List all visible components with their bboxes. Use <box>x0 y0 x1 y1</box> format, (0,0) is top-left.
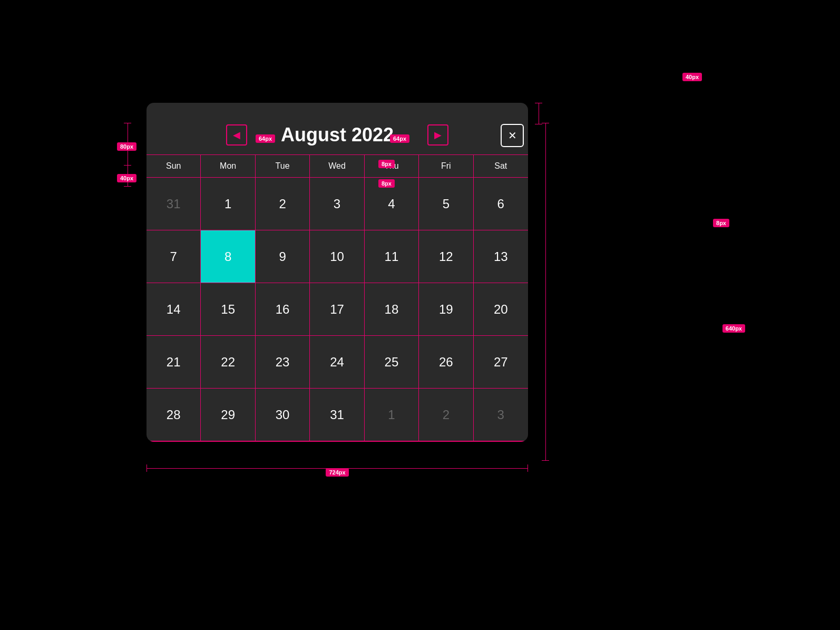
next-month-button[interactable]: ▶ <box>427 124 448 146</box>
calendar-day-1-5[interactable]: 12 <box>419 230 473 283</box>
measure-tick-left-724 <box>146 464 147 472</box>
badge-64px-left: 64px <box>256 134 275 143</box>
calendar-day-2-3[interactable]: 17 <box>310 283 364 336</box>
prev-month-button[interactable]: ◀ <box>226 124 247 146</box>
calendar-day-0-2[interactable]: 2 <box>256 178 310 230</box>
calendar-day-4-0[interactable]: 28 <box>146 389 201 441</box>
badge-80px-left: 80px <box>117 142 136 151</box>
calendar-container: ◀ August 2022 ▶ ✕ Sun Mon Tue Wed Thu Fr… <box>146 103 528 442</box>
calendar: ◀ August 2022 ▶ ✕ Sun Mon Tue Wed Thu Fr… <box>146 103 528 442</box>
measure-tick-top-80 <box>124 123 131 123</box>
calendar-day-0-1[interactable]: 1 <box>201 178 255 230</box>
calendar-day-4-1[interactable]: 29 <box>201 389 255 441</box>
calendar-day-4-4[interactable]: 1 <box>365 389 419 441</box>
badge-40px-top: 40px <box>682 73 702 81</box>
close-button[interactable]: ✕ <box>501 124 524 147</box>
calendar-day-1-4[interactable]: 11 <box>365 230 419 283</box>
badge-8px-right: 8px <box>713 219 729 227</box>
calendar-day-0-6[interactable]: 6 <box>474 178 528 230</box>
month-title: August 2022 <box>281 124 394 146</box>
calendar-day-2-1[interactable]: 15 <box>201 283 255 336</box>
weekday-wed: Wed <box>310 155 364 177</box>
calendar-day-0-5[interactable]: 5 <box>419 178 473 230</box>
calendar-day-0-3[interactable]: 3 <box>310 178 364 230</box>
calendar-day-3-4[interactable]: 25 <box>365 336 419 389</box>
calendar-day-0-0[interactable]: 31 <box>146 178 201 230</box>
weekday-tue: Tue <box>256 155 310 177</box>
calendar-day-4-2[interactable]: 30 <box>256 389 310 441</box>
measure-tick-bot-40 <box>124 186 131 187</box>
calendar-day-3-5[interactable]: 26 <box>419 336 473 389</box>
measure-tick-bot-640 <box>542 460 549 461</box>
weekday-mon: Mon <box>201 155 255 177</box>
weekday-fri: Fri <box>419 155 473 177</box>
badge-724px: 724px <box>326 468 348 477</box>
calendar-header: ◀ August 2022 ▶ ✕ <box>146 103 528 150</box>
badge-8px-bot: 8px <box>378 179 395 188</box>
badge-40px-left: 40px <box>117 174 136 182</box>
calendar-day-2-4[interactable]: 18 <box>365 283 419 336</box>
weekday-header-row: Sun Mon Tue Wed Thu Fri Sat <box>146 154 528 178</box>
badge-8px-top: 8px <box>378 160 395 168</box>
calendar-day-1-2[interactable]: 9 <box>256 230 310 283</box>
measure-40px-top-v <box>539 103 539 124</box>
measure-tick-right-724 <box>528 464 528 472</box>
weekday-sat: Sat <box>474 155 528 177</box>
calendar-day-3-2[interactable]: 23 <box>256 336 310 389</box>
calendar-day-4-3[interactable]: 31 <box>310 389 364 441</box>
calendar-day-2-2[interactable]: 16 <box>256 283 310 336</box>
measure-640px-v <box>545 123 546 460</box>
calendar-day-3-6[interactable]: 27 <box>474 336 528 389</box>
measure-tick-top-640 <box>542 123 549 123</box>
measure-tick-bot-40t <box>535 124 542 124</box>
calendar-day-today[interactable]: 8 <box>201 230 255 283</box>
calendar-day-2-5[interactable]: 19 <box>419 283 473 336</box>
measure-tick-top-40t <box>535 103 542 103</box>
calendar-day-1-6[interactable]: 13 <box>474 230 528 283</box>
calendar-day-2-6[interactable]: 20 <box>474 283 528 336</box>
calendar-day-1-0[interactable]: 7 <box>146 230 201 283</box>
calendar-day-3-0[interactable]: 21 <box>146 336 201 389</box>
calendar-day-4-6[interactable]: 3 <box>474 389 528 441</box>
calendar-day-1-3[interactable]: 10 <box>310 230 364 283</box>
badge-640px: 640px <box>722 324 745 333</box>
calendar-grid: 3112345678910111213141516171819202122232… <box>146 178 528 442</box>
badge-64px-right: 64px <box>390 134 409 143</box>
calendar-day-2-0[interactable]: 14 <box>146 283 201 336</box>
calendar-day-3-1[interactable]: 22 <box>201 336 255 389</box>
calendar-day-3-3[interactable]: 24 <box>310 336 364 389</box>
weekday-sun: Sun <box>146 155 201 177</box>
calendar-day-4-5[interactable]: 2 <box>419 389 473 441</box>
measure-724px-h <box>146 468 528 469</box>
